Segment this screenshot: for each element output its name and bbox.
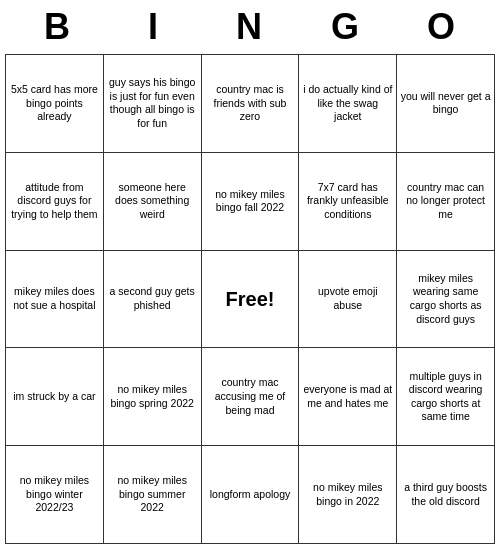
cell-r0-c1: guy says his bingo is just for fun even … bbox=[103, 55, 201, 153]
bingo-header: B I N G O bbox=[0, 0, 500, 54]
cell-r2-c2: Free! bbox=[201, 250, 299, 348]
cell-r1-c1: someone here does something weird bbox=[103, 152, 201, 250]
letter-i: I bbox=[129, 6, 179, 48]
cell-r3-c2: country mac accusing me of being mad bbox=[201, 348, 299, 446]
cell-r2-c0: mikey miles does not sue a hospital bbox=[6, 250, 104, 348]
cell-r1-c3: 7x7 card has frankly unfeasible conditio… bbox=[299, 152, 397, 250]
letter-o: O bbox=[417, 6, 467, 48]
cell-r3-c3: everyone is mad at me and hates me bbox=[299, 348, 397, 446]
cell-r3-c1: no mikey miles bingo spring 2022 bbox=[103, 348, 201, 446]
cell-r4-c4: a third guy boosts the old discord bbox=[397, 446, 495, 544]
letter-g: G bbox=[321, 6, 371, 48]
cell-r2-c4: mikey miles wearing same cargo shorts as… bbox=[397, 250, 495, 348]
cell-r0-c4: you will never get a bingo bbox=[397, 55, 495, 153]
cell-r2-c1: a second guy gets phished bbox=[103, 250, 201, 348]
cell-r2-c3: upvote emoji abuse bbox=[299, 250, 397, 348]
cell-r1-c2: no mikey miles bingo fall 2022 bbox=[201, 152, 299, 250]
cell-r1-c4: country mac can no longer protect me bbox=[397, 152, 495, 250]
cell-r0-c3: i do actually kind of like the swag jack… bbox=[299, 55, 397, 153]
cell-r4-c2: longform apology bbox=[201, 446, 299, 544]
cell-r0-c0: 5x5 card has more bingo points already bbox=[6, 55, 104, 153]
cell-r4-c1: no mikey miles bingo summer 2022 bbox=[103, 446, 201, 544]
cell-r4-c3: no mikey miles bingo in 2022 bbox=[299, 446, 397, 544]
cell-r1-c0: attitude from discord guys for trying to… bbox=[6, 152, 104, 250]
cell-r0-c2: country mac is friends with sub zero bbox=[201, 55, 299, 153]
cell-r3-c0: im struck by a car bbox=[6, 348, 104, 446]
letter-b: B bbox=[33, 6, 83, 48]
cell-r4-c0: no mikey miles bingo winter 2022/23 bbox=[6, 446, 104, 544]
letter-n: N bbox=[225, 6, 275, 48]
bingo-grid: 5x5 card has more bingo points alreadygu… bbox=[5, 54, 495, 544]
cell-r3-c4: multiple guys in discord wearing cargo s… bbox=[397, 348, 495, 446]
